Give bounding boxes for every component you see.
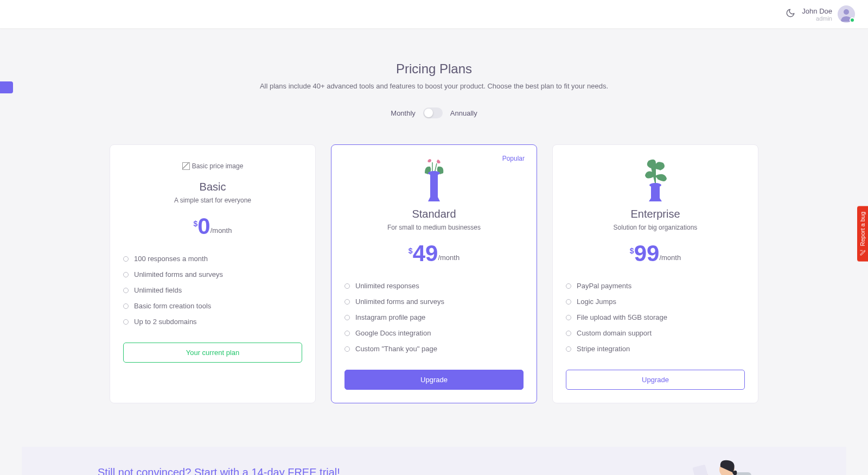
plan-desc: For small to medium businesses [344, 224, 524, 231]
feature-item: Up to 2 subdomains [123, 314, 302, 330]
billing-switch[interactable] [423, 107, 443, 118]
feature-item: Google Docs integration [344, 325, 524, 341]
report-bug-button[interactable]: Report a bug [857, 206, 868, 262]
feature-item: 100 responses a month [123, 251, 302, 267]
app-header: John Doe admin [0, 0, 868, 29]
pricing-cards: Basic price image Basic A simple start f… [22, 144, 846, 403]
plan-desc: A simple start for everyone [123, 197, 302, 204]
feature-item: Stripe integration [566, 341, 745, 357]
plan-cta-upgrade[interactable]: Upgrade [566, 370, 745, 390]
plan-features: Unlimited responses Unlimited forms and … [344, 278, 524, 357]
feature-item: PayPal payments [566, 278, 745, 294]
feature-item: Unlimited responses [344, 278, 524, 294]
plan-image [566, 158, 745, 201]
feature-item: Unlimited forms and surveys [123, 267, 302, 282]
toggle-label-monthly: Monthly [391, 109, 416, 117]
toggle-label-annually: Annually [450, 109, 477, 117]
feature-item: Logic Jumps [566, 294, 745, 309]
svg-rect-9 [735, 472, 751, 475]
plan-image [344, 158, 524, 201]
svg-rect-11 [692, 464, 709, 475]
report-bug-label: Report a bug [859, 212, 866, 246]
feature-item: Unlimited fields [123, 282, 302, 298]
feature-item: Basic form creation tools [123, 298, 302, 314]
page-subtitle: All plans include 40+ advanced tools and… [22, 82, 846, 90]
plan-price: $ 99 /month [566, 242, 745, 265]
broken-image-icon [182, 162, 190, 170]
trial-title: Still not convinced? Start with a 14-day… [98, 466, 340, 475]
plan-cta-upgrade[interactable]: Upgrade [344, 370, 524, 390]
plan-features: 100 responses a month Unlimited forms an… [123, 251, 302, 330]
plan-card-standard: Popular Standard For small to medium bus… [331, 144, 537, 403]
feature-item: File upload with 5GB storage [566, 309, 745, 325]
svg-point-1 [844, 9, 849, 15]
customizer-toggle[interactable] [0, 81, 13, 93]
plan-image-broken: Basic price image [123, 158, 302, 174]
user-name: John Doe [802, 7, 832, 15]
feature-item: Unlimited forms and surveys [344, 294, 524, 309]
popular-badge: Popular [502, 155, 525, 162]
plan-price: $ 49 /month [344, 242, 524, 265]
plan-price: $ 0 /month [123, 215, 302, 238]
trial-banner: Still not convinced? Start with a 14-day… [22, 447, 846, 475]
trial-illustration [651, 451, 770, 475]
feature-item: Instagram profile page [344, 309, 524, 325]
plan-name: Standard [344, 208, 524, 220]
plan-card-basic: Basic price image Basic A simple start f… [110, 144, 316, 403]
avatar[interactable] [838, 5, 855, 23]
feature-item: Custom domain support [566, 325, 745, 341]
plan-name: Basic [123, 181, 302, 193]
plan-card-enterprise: Enterprise Solution for big organization… [552, 144, 758, 403]
plan-desc: Solution for big organizations [566, 224, 745, 231]
feature-item: Custom "Thank you" page [344, 341, 524, 357]
plan-name: Enterprise [566, 208, 745, 220]
status-dot-online [850, 17, 855, 23]
user-role: admin [802, 15, 832, 22]
plan-cta-current[interactable]: Your current plan [123, 343, 302, 363]
svg-rect-5 [651, 185, 660, 198]
svg-rect-3 [430, 173, 438, 197]
page-title: Pricing Plans [22, 61, 846, 77]
user-menu[interactable]: John Doe admin [802, 5, 855, 23]
dark-mode-icon[interactable] [786, 8, 795, 20]
plan-features: PayPal payments Logic Jumps File upload … [566, 278, 745, 357]
billing-toggle: Monthly Annually [22, 107, 846, 118]
